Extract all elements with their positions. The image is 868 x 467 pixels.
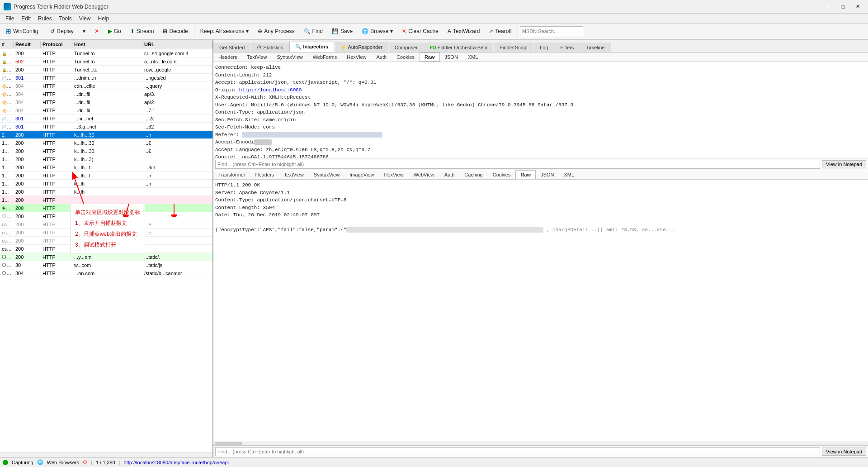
req-tab-cookies[interactable]: Cookies	[392, 52, 420, 62]
response-find-input[interactable]	[215, 447, 820, 456]
resp-tab-headers[interactable]: Headers	[250, 170, 279, 179]
go-button[interactable]: ▶ Go	[104, 25, 125, 38]
row-url: ...€	[142, 140, 212, 146]
table-row[interactable]: 1... 200 HTTP k...lh...t ...h	[0, 172, 212, 180]
table-row[interactable]: 📄 1... 301 HTTP ...3.g...net ...32	[0, 123, 212, 131]
msdn-search-input[interactable]	[520, 26, 583, 36]
table-row[interactable]: 📄 1... 301 HTTP ...dnim...n ...nges/cd	[0, 74, 212, 82]
table-row[interactable]: 1... 200 HTTP k...lh	[0, 188, 212, 196]
table-row[interactable]: ⬡ 188 30 HTTP w...com ...tatic/js	[0, 261, 212, 269]
req-tab-textview[interactable]: TextView	[242, 52, 272, 62]
text-wizard-button[interactable]: A TextWizard	[443, 25, 484, 38]
response-view-notepad-button[interactable]: View in Notepad	[822, 448, 866, 456]
req-tab-headers[interactable]: Headers	[213, 52, 242, 62]
browse-button[interactable]: 🌐 Browse ▾	[358, 25, 397, 38]
replay-button[interactable]: ↺ Replay	[46, 25, 77, 38]
menu-edit[interactable]: Edit	[18, 14, 34, 23]
table-row[interactable]: 🔒 1... 200 HTTP Tunnel...to row...google	[0, 66, 212, 74]
resp-tab-raw[interactable]: Raw	[515, 170, 536, 179]
resp-tab-hexview[interactable]: HexView	[379, 170, 408, 179]
tab-autoresponder[interactable]: ⚡ AutoResponder	[335, 42, 388, 52]
row-protocol: HTTP	[41, 115, 72, 122]
table-row[interactable]: css 182 200 HTTP ...s...m	[0, 245, 212, 253]
table-row[interactable]: ⬡ 189 304 HTTP ...on.com /static/b...can…	[0, 269, 212, 277]
save-button[interactable]: 💾 Save	[328, 25, 357, 38]
table-row[interactable]: ⬡ 186 200 HTTP ...y...om ...tatic/.	[0, 253, 212, 261]
tab-fiddlerscript[interactable]: FiddlerScript	[494, 43, 533, 52]
table-row[interactable]: ◈ 176 200 HTTP	[0, 204, 212, 212]
req-tab-xml[interactable]: XML	[463, 52, 483, 62]
stream-button[interactable]: ⬇ Stream	[126, 25, 158, 38]
table-row[interactable]: css 178 200 HTTP ...e	[0, 220, 212, 229]
tab-inspectors[interactable]: 🔍 Inspectors	[289, 42, 334, 52]
resp-tab-textview[interactable]: TextView	[279, 170, 309, 179]
tab-timeline[interactable]: Timeline	[580, 43, 610, 52]
table-row[interactable]: 🔒 1... 502 HTTP Tunnel to a...nts...le.c…	[0, 57, 212, 66]
menu-file[interactable]: File	[2, 14, 18, 23]
session-hscroll[interactable]	[0, 453, 212, 457]
req-tab-syntaxview[interactable]: SyntaxView	[272, 52, 307, 62]
table-row[interactable]: 🔆 180 304 HTTP cdn...cfile ...jquery	[0, 82, 212, 90]
any-process-button[interactable]: ⊕ Any Process	[254, 25, 298, 38]
replay-dropdown[interactable]: ▾	[79, 25, 90, 38]
table-row[interactable]: 🔆 183 304 HTTP ...dr...fil ap/3.	[0, 90, 212, 98]
request-content-area[interactable]: Connection: keep-alive Content-Length: 2…	[213, 62, 868, 158]
menu-view[interactable]: View	[75, 14, 94, 23]
table-row[interactable]: 1... 200 HTTP k...lh ...h	[0, 180, 212, 188]
origin-url[interactable]: http://localhost:8080	[239, 87, 302, 93]
request-view-notepad-button[interactable]: View in Notepad	[822, 160, 866, 168]
close-button[interactable]: ✕	[851, 2, 864, 11]
menu-help[interactable]: Help	[94, 14, 113, 23]
clear-cache-button[interactable]: ✕ Clear Cache	[398, 25, 443, 38]
table-row[interactable]: 1... 200 HTTP	[0, 196, 212, 204]
resp-tab-transformer[interactable]: Transformer	[213, 170, 250, 179]
tab-composer[interactable]: Composer	[389, 43, 424, 52]
req-tab-raw[interactable]: Raw	[420, 52, 440, 62]
inspect-icon: 🔍	[295, 44, 302, 49]
tearoff-button[interactable]: ↗ Tearoff	[485, 25, 515, 38]
resp-tab-syntaxview[interactable]: SyntaxView	[309, 170, 344, 179]
table-row[interactable]: css 179 200 HTTP ...e...	[0, 229, 212, 237]
req-tab-auth[interactable]: Auth	[372, 52, 392, 62]
req-tab-hexview[interactable]: HexView	[342, 52, 371, 62]
resp-tab-cookies[interactable]: Cookies	[488, 170, 516, 179]
keep-sessions-button[interactable]: Keep: All sessions ▾	[196, 25, 253, 38]
table-row[interactable]: 1... 200 HTTP k...lh...30 ...€	[0, 139, 212, 147]
menu-tools[interactable]: Tools	[56, 14, 75, 23]
decode-button[interactable]: ⊞ Decode	[159, 25, 192, 38]
tab-log[interactable]: Log	[534, 43, 554, 52]
maximize-button[interactable]: □	[836, 2, 850, 11]
resp-tab-auth[interactable]: Auth	[439, 170, 460, 179]
session-list[interactable]: 🔒 1... 200 HTTP Tunnel to cl...s4.google…	[0, 49, 212, 453]
req-tab-json[interactable]: JSON	[440, 52, 463, 62]
req-tab-webforms[interactable]: WebForms	[308, 52, 342, 62]
table-row[interactable]: 1... 200 HTTP k...lh...t ...8/h	[0, 163, 212, 172]
resp-tab-imageview[interactable]: ImageView	[344, 170, 379, 179]
find-button[interactable]: 🔍 Find	[300, 25, 327, 38]
table-row[interactable]: css 181 200 HTTP	[0, 237, 212, 245]
response-content-area[interactable]: HTTP/1.1 200 OK Server: Apache-Coyote/1.…	[213, 180, 868, 441]
winconfig-button[interactable]: ⊞ WinConfig	[2, 25, 42, 38]
minimize-button[interactable]: −	[822, 2, 835, 11]
table-row[interactable]: 2 200 HTTP k...lh...30 ...h	[0, 131, 212, 139]
tab-statistics[interactable]: ⏱ Statistics	[251, 43, 289, 52]
response-hscroll[interactable]	[213, 441, 868, 445]
table-row[interactable]: 1... 200 HTTP k...lh...3(	[0, 155, 212, 163]
table-row[interactable]: 🔆 185 304 HTTP ...dr...fil ...7.1	[0, 106, 212, 114]
tab-fiddler-orchestra[interactable]: FO Fiddler Orchestra Beta	[424, 43, 494, 52]
table-row[interactable]: 📄 33 301 HTTP ...hi...net ...l2(	[0, 114, 212, 123]
stop-button[interactable]: ✕	[90, 25, 103, 38]
resp-tab-json[interactable]: JSON	[536, 170, 559, 179]
table-row[interactable]: 🔆 184 304 HTTP ...dr...fil ap/2.	[0, 98, 212, 106]
request-find-input[interactable]	[215, 160, 820, 169]
tab-filters[interactable]: Filters	[554, 43, 580, 52]
table-row[interactable]: ⬡ 177 200 HTTP	[0, 212, 212, 220]
menu-rules[interactable]: Rules	[34, 14, 56, 23]
tab-get-started[interactable]: Get Started	[213, 43, 250, 52]
resp-tab-caching[interactable]: Caching	[459, 170, 487, 179]
table-row[interactable]: 🔒 1... 200 HTTP Tunnel to cl...s4.google…	[0, 49, 212, 57]
row-url: a...nts...le.com:	[142, 58, 212, 65]
resp-tab-xml[interactable]: XML	[559, 170, 579, 179]
table-row[interactable]: 1... 200 HTTP k...lh...30 ...€	[0, 147, 212, 155]
resp-tab-webview[interactable]: WebView	[409, 170, 439, 179]
